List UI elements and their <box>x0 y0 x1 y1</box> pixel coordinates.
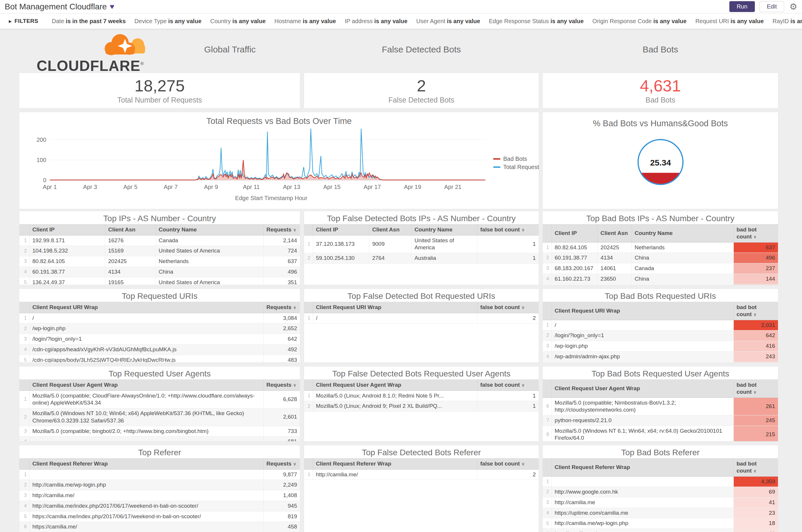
row-number-header <box>543 302 552 320</box>
column-header[interactable]: false bot count∨ <box>477 458 539 469</box>
row-number: 2 <box>304 401 313 412</box>
column-header[interactable]: Country Name <box>631 224 733 242</box>
kpi-false-detected-bots: 2 False Detected Bots <box>304 73 539 108</box>
column-header[interactable]: Client Asn <box>369 224 411 235</box>
row-number: 8 <box>543 426 552 441</box>
filters-toggle[interactable]: ▶ FILTERS <box>9 18 38 24</box>
table-row: 7python-requests/2.21.0245 <box>543 415 778 426</box>
row-number-header <box>543 458 552 476</box>
column-header[interactable]: Client Asn <box>597 224 631 242</box>
sort-caret-icon: ∨ <box>293 227 297 232</box>
table-card: Top Bad Bots IPs - AS Number - CountryCl… <box>542 211 778 285</box>
sort-caret-icon: ∨ <box>521 305 525 310</box>
filter-item[interactable]: Device Type is any value <box>134 18 202 25</box>
column-header[interactable]: Client Request User Agent Wrap <box>29 379 263 391</box>
row-number: 3 <box>19 334 29 344</box>
column-header[interactable]: Client Request Referer Wrap <box>29 458 263 469</box>
table-cell: 1 <box>477 401 539 412</box>
filter-item[interactable]: Origin Response Code is any value <box>593 18 687 25</box>
gear-icon[interactable]: ⚙ <box>789 1 797 12</box>
column-header-label: Client Request Referer Wrap <box>316 460 392 467</box>
filter-item[interactable]: RayID is any value <box>772 18 802 25</box>
legend-swatch <box>493 158 500 160</box>
filter-list: Date is in the past 7 weeksDevice Type i… <box>52 18 802 25</box>
table-card: Top False Detected Bot Requested URIsCli… <box>304 288 539 363</box>
table-row: 2104.198.5.23215169United States of Amer… <box>19 246 300 256</box>
table-cell: Mozilla/5.0 (Linux; Android 9; Pixel 2 X… <box>313 401 477 412</box>
filter-item[interactable]: Date is in the past 7 weeks <box>52 18 126 25</box>
column-header[interactable]: Client Request Referer Wrap <box>313 458 477 469</box>
table-title: Top False Detected Bots Referer <box>304 445 539 458</box>
table-row-user-agents: Top Requested User AgentsClient Request … <box>19 366 778 441</box>
column-header[interactable]: Client Request URI Wrap <box>313 302 477 313</box>
table-row: 461.160.221.7323650China144 <box>543 273 778 284</box>
table-cell: /wp-login.php <box>29 323 263 334</box>
sort-caret-icon: ∨ <box>293 383 297 387</box>
filter-item[interactable]: Hostname is any value <box>274 18 336 25</box>
table-row: 2/login/?login_only=1642 <box>543 330 778 341</box>
column-header[interactable]: Client IP <box>29 224 105 235</box>
section-header-bad-bots: Bad Bots <box>542 44 778 55</box>
column-header[interactable]: false bot count∨ <box>477 379 539 391</box>
column-header[interactable]: Client Request User Agent Wrap <box>552 379 733 398</box>
column-header[interactable]: Requests∨ <box>263 458 300 469</box>
table-cell: http://camilia.me/index.php/2017/06/17/w… <box>29 501 263 511</box>
column-header[interactable]: Client Asn <box>105 224 155 235</box>
column-header-label: Client Request URI Wrap <box>316 304 381 310</box>
row-number: 1 <box>19 313 29 323</box>
table-cell: 733 <box>263 426 300 437</box>
table-row: 19,877 <box>19 469 300 480</box>
filter-item[interactable]: Edge Response Status is any value <box>489 18 584 25</box>
table-cell: http://camilia.me/ <box>29 490 263 501</box>
table-cell: 2,031 <box>733 320 778 330</box>
column-header[interactable]: bad bot count∨ <box>733 379 778 398</box>
table-cell: https://camilia.me/index.php/2017/06/17/… <box>29 511 263 522</box>
x-tick-label: Apr 13 <box>283 184 300 190</box>
column-header[interactable]: Client IP <box>313 224 369 235</box>
column-header-label: Client Asn <box>108 226 135 233</box>
column-header[interactable]: Client Request URI Wrap <box>29 302 263 313</box>
table-cell: Mozilla/5.0 (Linux; Android 8.1.0; Redmi… <box>313 391 477 401</box>
row-number-header <box>19 224 29 235</box>
row-number: 1 <box>19 469 29 480</box>
column-header[interactable]: Country Name <box>155 224 263 235</box>
table-cell: 144 <box>733 273 778 284</box>
table-row: 5https://camilia.me/index.php/2017/06/17… <box>19 511 300 522</box>
filter-item[interactable]: Request URI is any value <box>695 18 764 25</box>
table-cell: 483 <box>263 355 300 363</box>
row-number: 2 <box>19 323 29 334</box>
table-title: Top Bad Bots Requested User Agents <box>543 366 778 379</box>
column-header[interactable]: Client Request Referer Wrap <box>552 458 733 476</box>
column-header[interactable]: Requests∨ <box>263 379 300 391</box>
column-header[interactable]: Country Name <box>411 224 477 235</box>
chart-title: Total Requests vs Bad Bots Over Time <box>19 112 539 125</box>
column-header[interactable]: false bot count∨ <box>477 224 539 235</box>
table-cell: http://camilia.me/wp-login.php <box>552 518 733 529</box>
table-cell: Mozilla/5.0 (compatible; Nimbostratus-Bo… <box>552 398 733 415</box>
column-header[interactable]: bad bot count∨ <box>733 302 778 320</box>
column-header[interactable]: Requests∨ <box>263 302 300 313</box>
column-header[interactable]: bad bot count∨ <box>733 224 778 242</box>
table-cell: 637 <box>733 242 778 253</box>
filter-item[interactable]: IP address is any value <box>345 18 407 25</box>
table-cell: / <box>552 320 733 330</box>
column-header-label: Country Name <box>159 226 197 233</box>
column-header[interactable]: Client IP <box>552 224 597 242</box>
column-header[interactable]: false bot count∨ <box>477 302 539 313</box>
column-header[interactable]: Requests∨ <box>263 224 300 235</box>
column-header[interactable]: bad bot count∨ <box>733 458 778 476</box>
filter-field: Country <box>210 18 233 24</box>
row-number: 6 <box>543 398 552 415</box>
column-header[interactable]: Client Request URI Wrap <box>552 302 733 320</box>
row-number: 1 <box>19 235 29 246</box>
table-title: Top IPs - AS Number - Country <box>19 211 300 224</box>
filter-item[interactable]: Country is any value <box>210 18 266 25</box>
column-header[interactable]: Client Request User Agent Wrap <box>313 379 477 391</box>
edit-button[interactable]: Edit <box>760 1 784 12</box>
run-button[interactable]: Run <box>729 1 755 12</box>
table-row: 1/3,084 <box>19 313 300 323</box>
table-row: 5http://camilia.me/wp-login.php18 <box>543 518 778 529</box>
table-cell: 18 <box>733 518 778 529</box>
table-cell: 243 <box>733 351 778 362</box>
filter-item[interactable]: User Agent is any value <box>416 18 480 25</box>
